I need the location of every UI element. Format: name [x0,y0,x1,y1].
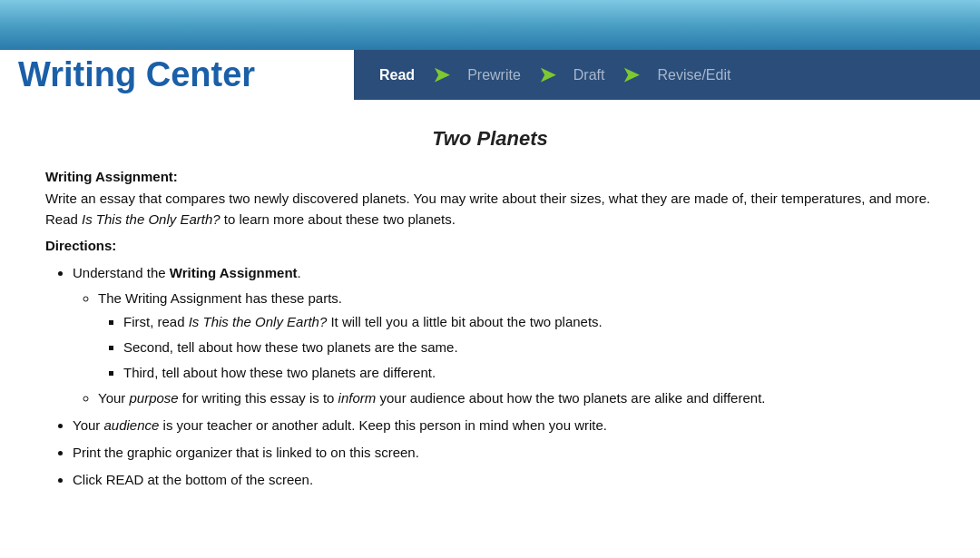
list-item-parts: The Writing Assignment has these parts. … [98,288,935,384]
arrow-icon-3: ➤ [622,64,639,87]
writing-assignment-heading: Writing Assignment: [45,169,935,184]
list-item-first: First, read Is This the Only Earth? It w… [123,311,935,333]
tab-prewrite[interactable]: Prewrite [451,50,537,100]
tab-read[interactable]: Read [363,50,431,100]
list-item-understand-text: Understand the Writing Assignment. [73,265,301,280]
list-item-click-read: Click READ at the bottom of the screen. [73,469,935,491]
list-item-second-text: Second, tell about how these two planets… [123,339,458,355]
purpose-italic: purpose [129,390,178,406]
nav-tabs: Read ➤ Prewrite ➤ Draft ➤ Revise/Edit [354,50,980,100]
list-item-purpose: Your purpose for writing this essay is t… [98,387,935,409]
directions-heading: Directions: [45,238,935,253]
list-item-graphic-organizer: Print the graphic organizer that is link… [73,442,935,464]
top-banner [0,0,980,50]
intro-book-title: Is This the Only Earth? [82,211,220,227]
list-item-first-text: First, read Is This the Only Earth? It w… [123,314,603,329]
writing-assignment-bold: Writing Assignment [170,265,298,280]
page-title: Two Planets [45,127,935,151]
sub-list-writing-assignment: The Writing Assignment has these parts. … [73,288,935,409]
tab-draft[interactable]: Draft [557,50,622,100]
arrow-icon-1: ➤ [433,64,449,87]
list-item-audience: Your audience is your teacher or another… [73,415,935,436]
list-item-audience-text: Your audience is your teacher or another… [73,417,607,433]
directions-list: Understand the Writing Assignment. The W… [45,262,935,491]
list-item-third-text: Third, tell about how these two planets … [123,365,436,380]
list-item-parts-text: The Writing Assignment has these parts. [98,290,342,306]
sub-sub-list-parts: First, read Is This the Only Earth? It w… [98,311,935,384]
list-item-third: Third, tell about how these two planets … [123,362,935,384]
list-item-understand: Understand the Writing Assignment. The W… [73,262,935,409]
inform-italic: inform [338,390,377,406]
list-item-second: Second, tell about how these two planets… [123,337,935,358]
intro-text-end: to learn more about these two planets. [220,211,456,227]
list-item-graphic-organizer-text: Print the graphic organizer that is link… [73,445,419,460]
list-item-purpose-text: Your purpose for writing this essay is t… [98,390,765,406]
arrow-icon-2: ➤ [539,64,555,87]
writing-center-logo: Writing Center [0,50,354,100]
header-row: Writing Center Read ➤ Prewrite ➤ Draft ➤… [0,50,980,100]
book-title-inline: Is This the Only Earth? [189,314,328,329]
list-item-click-read-text: Click READ at the bottom of the screen. [73,472,313,487]
main-content: Two Planets Writing Assignment: Write an… [0,100,980,524]
intro-paragraph: Write an essay that compares two newly d… [45,188,935,230]
writing-center-title: Writing Center [18,55,255,94]
audience-italic: audience [103,417,159,433]
tab-revise-edit[interactable]: Revise/Edit [641,50,747,100]
